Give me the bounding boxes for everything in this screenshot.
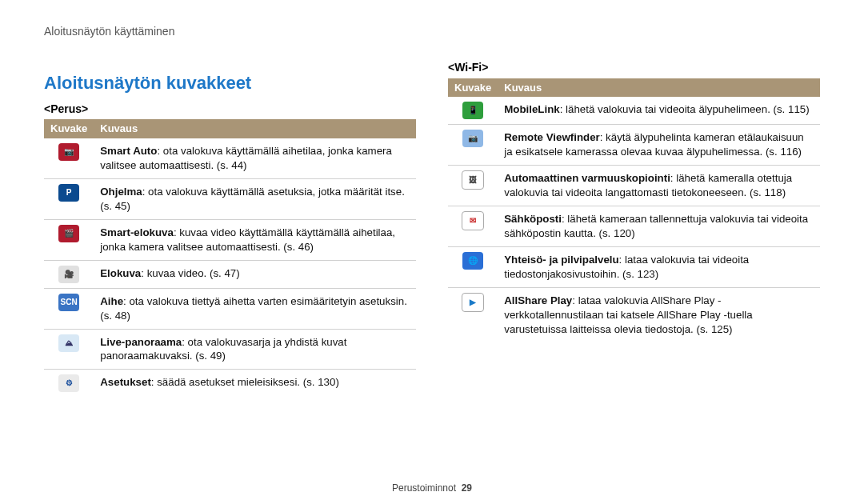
footer-section: Perustoiminnot [392,482,456,494]
col-header-desc: Kuvaus [94,119,416,138]
cloud-sharing-icon: 🌐 [462,252,483,270]
mobilelink-icon: 📱 [462,102,483,119]
row-desc: : kuvaa video. (s. 47) [141,267,239,279]
allshare-play-icon: ▶ [462,293,484,312]
icon-cell: ▶ [448,287,498,342]
program-icon: P [58,184,79,202]
icon-cell: 🖼 [448,166,498,206]
remote-viewfinder-icon: 📷 [462,130,483,147]
auto-backup-icon: 🖼 [462,170,484,190]
desc-cell: Yhteisö- ja pilvipalvelu: lataa valokuvi… [498,246,820,287]
desc-cell: Smart-elokuva: kuvaa video käyttämällä k… [94,219,416,260]
settings-icon: ⚙ [58,374,79,392]
desc-cell: Asetukset: säädä asetukset mieleisiksesi… [94,370,416,398]
sub-heading-wifi: <Wi-Fi> [448,60,820,75]
row-desc: : lähetä valokuvia tai videoita älypuhel… [560,103,810,115]
row-title: Aihe [100,295,123,307]
row-title: Remote Viewfinder [504,131,599,143]
row-title: Yhteisö- ja pilvipalvelu [504,254,618,266]
left-column: Aloitusnäytön kuvakkeet <Perus> Kuvake K… [44,55,416,398]
row-title: Automaattinen varmuuskopiointi [504,172,670,184]
table-perus: Kuvake Kuvaus 📷Smart Auto: ota valokuva … [44,119,416,397]
table-row: 📱MobileLink: lähetä valokuvia tai videoi… [448,97,820,125]
icon-cell: 🎬 [44,219,94,260]
smart-auto-icon: 📷 [58,143,79,161]
table-row: SCNAihe: ota valokuva tiettyä aihetta va… [44,288,416,329]
movie-icon: 🎥 [58,266,79,283]
desc-cell: MobileLink: lähetä valokuvia tai videoit… [498,97,820,125]
table-row: 🖼Automaattinen varmuuskopiointi: lähetä … [448,166,820,206]
icon-cell: SCN [44,288,94,329]
desc-cell: Aihe: ota valokuva tiettyä aihetta varte… [94,288,416,329]
row-title: Smart Auto [100,145,157,157]
breadcrumb: Aloitusnäytön käyttäminen [44,24,820,39]
icon-cell: 📷 [44,138,94,178]
icon-cell: ⚙ [44,370,94,398]
icon-cell: 📱 [448,97,498,125]
icon-cell: 📷 [448,125,498,166]
table-wifi: Kuvake Kuvaus 📱MobileLink: lähetä valoku… [448,78,820,342]
row-title: Asetukset [100,376,151,388]
row-title: AllShare Play [504,294,572,306]
icon-cell: ⛰ [44,329,94,370]
row-title: Live-panoraama [100,336,182,348]
footer: Perustoiminnot 29 [0,482,864,494]
col-header-icon: Kuvake [448,78,498,98]
panorama-icon: ⛰ [58,334,79,352]
table-row: 🎬Smart-elokuva: kuvaa video käyttämällä … [44,219,416,260]
row-desc: : ota valokuva käyttämällä asetuksia, jo… [100,186,405,212]
footer-page: 29 [462,482,472,494]
row-title: Ohjelma [100,186,142,198]
desc-cell: Remote Viewfinder: käytä älypuhelinta ka… [498,125,820,166]
email-icon: ✉ [462,211,484,230]
row-title: Elokuva [100,267,141,279]
table-row: 📷Remote Viewfinder: käytä älypuhelinta k… [448,125,820,166]
col-header-icon: Kuvake [44,119,94,138]
row-title: MobileLink [504,103,559,115]
table-row: ⛰Live-panoraama: ota valokuvasarja ja yh… [44,329,416,370]
icon-cell: P [44,178,94,219]
table-row: 📷Smart Auto: ota valokuva käyttämällä ai… [44,138,416,178]
icon-cell: 🎥 [44,260,94,288]
row-desc: : ota valokuva tiettyä aihetta varten es… [100,295,407,322]
table-row: 🌐Yhteisö- ja pilvipalvelu: lataa valokuv… [448,246,820,287]
page: Aloitusnäytön käyttäminen Aloitusnäytön … [0,0,864,504]
content-columns: Aloitusnäytön kuvakkeet <Perus> Kuvake K… [44,55,820,398]
table-row: ⚙Asetukset: säädä asetukset mieleisikses… [44,370,416,398]
desc-cell: Ohjelma: ota valokuva käyttämällä asetuk… [94,178,416,219]
desc-cell: Elokuva: kuvaa video. (s. 47) [94,260,416,288]
table-row: ✉Sähköposti: lähetä kameraan tallennettu… [448,206,820,247]
scene-icon: SCN [58,294,79,311]
row-title: Smart-elokuva [100,226,174,238]
sub-heading-perus: <Perus> [44,102,416,117]
table-row: ▶AllShare Play: lataa valokuvia AllShare… [448,287,820,342]
smart-movie-icon: 🎬 [58,225,79,242]
right-column: <Wi-Fi> Kuvake Kuvaus 📱MobileLink: lähet… [448,55,820,398]
row-desc: : säädä asetukset mieleisiksesi. (s. 130… [151,376,339,388]
table-row: POhjelma: ota valokuva käyttämällä asetu… [44,178,416,219]
desc-cell: Sähköposti: lähetä kameraan tallennettuj… [498,206,820,247]
row-title: Sähköposti [504,213,562,225]
page-title: Aloitusnäytön kuvakkeet [44,71,416,95]
col-header-desc: Kuvaus [498,78,820,98]
desc-cell: Live-panoraama: ota valokuvasarja ja yhd… [94,329,416,370]
table-row: 🎥Elokuva: kuvaa video. (s. 47) [44,260,416,288]
icon-cell: ✉ [448,206,498,247]
icon-cell: 🌐 [448,246,498,287]
desc-cell: AllShare Play: lataa valokuvia AllShare … [498,287,820,342]
desc-cell: Automaattinen varmuuskopiointi: lähetä k… [498,166,820,206]
desc-cell: Smart Auto: ota valokuva käyttämällä aih… [94,138,416,178]
